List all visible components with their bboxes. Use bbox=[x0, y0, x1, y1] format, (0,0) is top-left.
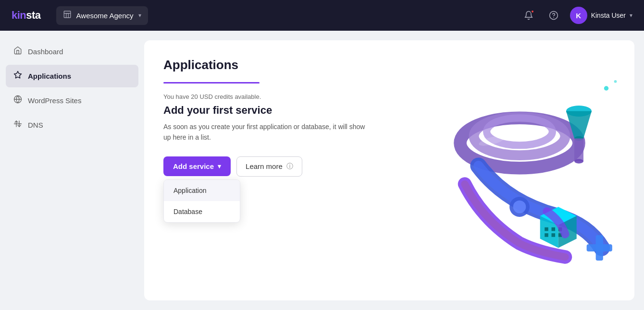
notifications-button[interactable] bbox=[520, 7, 537, 24]
add-service-label: Add service bbox=[173, 162, 214, 170]
dropdown-item-database[interactable]: Database bbox=[164, 201, 240, 222]
apps-icon bbox=[13, 71, 22, 82]
wordpress-icon bbox=[13, 95, 22, 106]
illustration bbox=[437, 70, 620, 271]
sidebar-label-applications: Applications bbox=[28, 72, 71, 80]
sidebar-item-dashboard[interactable]: Dashboard bbox=[6, 40, 138, 63]
svg-rect-26 bbox=[552, 233, 556, 237]
kinsta-logo: kinsta bbox=[12, 9, 41, 22]
dropdown-item-application[interactable]: Application bbox=[164, 180, 240, 201]
sidebar-label-wordpress: WordPress Sites bbox=[28, 96, 81, 105]
add-service-chevron-icon: ▾ bbox=[218, 163, 221, 170]
sidebar-item-dns[interactable]: DNS bbox=[6, 114, 138, 136]
nav-left: kinsta Awesome Agency ▾ bbox=[12, 6, 148, 25]
user-name: Kinsta User bbox=[591, 12, 626, 19]
sidebar-item-wordpress[interactable]: WordPress Sites bbox=[6, 89, 138, 112]
dns-icon bbox=[13, 119, 22, 131]
buttons-container: Add service ▾ Learn more ⓘ Application D… bbox=[163, 156, 302, 177]
agency-chevron-icon: ▾ bbox=[138, 12, 141, 19]
content-card: Applications You have 20 USD credits ava… bbox=[144, 40, 634, 300]
learn-more-button[interactable]: Learn more ⓘ bbox=[236, 156, 302, 177]
svg-marker-3 bbox=[14, 72, 22, 78]
first-service-desc: As soon as you create your first applica… bbox=[163, 121, 365, 143]
svg-rect-22 bbox=[545, 227, 548, 231]
user-menu[interactable]: K Kinsta User ▾ bbox=[570, 7, 632, 24]
nav-right: K Kinsta User ▾ bbox=[520, 7, 632, 24]
svg-point-8 bbox=[604, 86, 609, 91]
svg-point-14 bbox=[513, 201, 526, 214]
svg-rect-17 bbox=[574, 139, 583, 162]
notification-dot bbox=[531, 10, 534, 13]
sidebar-label-dns: DNS bbox=[28, 121, 43, 129]
svg-rect-23 bbox=[552, 227, 556, 231]
sidebar-item-applications[interactable]: Applications bbox=[6, 65, 138, 87]
learn-more-label: Learn more bbox=[246, 162, 283, 170]
title-underline bbox=[163, 82, 260, 83]
agency-name: Awesome Agency bbox=[76, 12, 134, 20]
svg-point-9 bbox=[614, 80, 617, 83]
svg-rect-0 bbox=[64, 11, 71, 18]
building-icon bbox=[63, 10, 72, 21]
sidebar: Dashboard Applications WordPress Sites bbox=[0, 31, 144, 310]
action-buttons: Add service ▾ Learn more ⓘ bbox=[163, 156, 302, 177]
agency-selector[interactable]: Awesome Agency ▾ bbox=[56, 6, 148, 25]
main-content: Applications You have 20 USD credits ava… bbox=[144, 31, 644, 310]
learn-more-circle-icon: ⓘ bbox=[286, 162, 293, 171]
top-navigation: kinsta Awesome Agency ▾ bbox=[0, 0, 644, 31]
page-layout: Dashboard Applications WordPress Sites bbox=[0, 31, 644, 310]
svg-rect-25 bbox=[545, 233, 548, 237]
home-icon bbox=[13, 46, 22, 57]
avatar: K bbox=[570, 7, 587, 24]
add-service-button[interactable]: Add service ▾ bbox=[163, 156, 231, 176]
user-chevron-icon: ▾ bbox=[630, 12, 632, 19]
help-button[interactable] bbox=[545, 7, 562, 24]
svg-rect-29 bbox=[587, 244, 612, 251]
sidebar-label-dashboard: Dashboard bbox=[28, 48, 63, 56]
add-service-dropdown: Application Database bbox=[163, 179, 240, 223]
svg-point-18 bbox=[574, 159, 583, 164]
